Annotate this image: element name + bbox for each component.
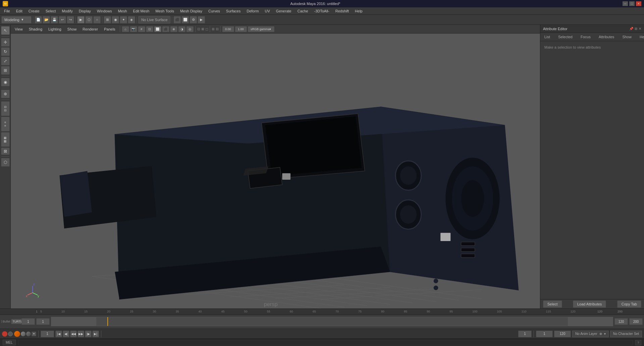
attr-pin-btn[interactable]: 📌 [629, 27, 633, 31]
gray-sphere[interactable] [21, 332, 26, 336]
tool5[interactable]: ⬡ [1, 158, 10, 167]
render-settings-btn[interactable]: ⚙ [190, 16, 197, 23]
transform-tool[interactable]: ⊞ [1, 66, 10, 75]
view-menu-lighting[interactable]: Lighting [46, 26, 64, 32]
range-end-input[interactable]: 120 [614, 318, 628, 325]
tool4[interactable]: ⊠ [1, 148, 10, 155]
menu-help[interactable]: Help [352, 8, 365, 14]
show-manipulator[interactable]: ⊕ [1, 90, 10, 98]
menu-select[interactable]: Select [43, 8, 59, 14]
move-tool[interactable]: ✛ [1, 38, 10, 47]
maximize-button[interactable]: □ [629, 1, 635, 6]
layer-expand[interactable]: ▾ [32, 332, 36, 336]
paint-btn[interactable]: ○ [93, 16, 101, 23]
view-hud-btn[interactable]: ⊡ [146, 26, 153, 32]
menu-mesh-display[interactable]: Mesh Display [178, 8, 205, 14]
viewport-canvas[interactable]: persp x y z [11, 34, 540, 308]
select-tool-btn[interactable]: ▶ [77, 16, 85, 23]
gamma-value[interactable]: 1.00 [235, 26, 247, 32]
viewport[interactable]: View Shading Lighting Show Renderer Pane… [11, 25, 540, 308]
attr-tab-list[interactable]: List [543, 34, 551, 40]
menu-uv[interactable]: UV [262, 8, 273, 14]
menu-windows[interactable]: Windows [94, 8, 115, 14]
menu-cache[interactable]: Cache [295, 8, 311, 14]
view-menu-renderer[interactable]: Renderer [80, 26, 101, 32]
view-menu-panels[interactable]: Panels [101, 26, 118, 32]
menu-create[interactable]: Create [26, 8, 42, 14]
play-start-frame[interactable]: 1 [536, 331, 553, 337]
menu-redshift[interactable]: Redshift [333, 8, 351, 14]
view-shadow-btn[interactable]: ◑ [178, 26, 186, 32]
char-circle[interactable] [8, 332, 13, 336]
attr-tab-selected[interactable]: Selected [557, 34, 574, 40]
goto-start-btn[interactable]: |◀ [55, 331, 62, 337]
save-btn[interactable]: 💾 [51, 16, 58, 23]
menu-generate[interactable]: Generate [273, 8, 294, 14]
attr-tab-attributes[interactable]: Attributes [597, 34, 615, 40]
mel-label[interactable]: MEL [3, 340, 16, 345]
attr-close-btn[interactable]: ✕ [639, 27, 641, 31]
timeline-bar[interactable] [51, 317, 613, 326]
menu-display[interactable]: Display [76, 8, 94, 14]
anim-layer-info[interactable]: No Anim Layer ⊕ ▾ [572, 331, 609, 337]
auto-key-btn[interactable] [2, 331, 7, 337]
status-icon[interactable]: ? [635, 340, 641, 345]
menu-curves[interactable]: Curves [206, 8, 223, 14]
goto-end-btn[interactable]: ▶| [92, 331, 99, 337]
lasso-btn[interactable]: ⬡ [85, 16, 93, 23]
step-forward-btn[interactable]: |▶ [85, 331, 92, 337]
menu-file[interactable]: File [1, 8, 13, 14]
open-btn[interactable]: 📂 [43, 16, 50, 23]
menu-3dtoall[interactable]: -3DToAll- [311, 8, 332, 14]
attr-copy-tab-btn[interactable]: Copy Tab [617, 300, 641, 308]
menu-deform[interactable]: Deform [244, 8, 261, 14]
attr-tab-focus[interactable]: Focus [579, 34, 592, 40]
view-home-btn[interactable]: ⌂ [122, 26, 129, 32]
view-menu-view[interactable]: View [12, 26, 26, 32]
current-frame-input[interactable]: 1 [36, 318, 50, 325]
view-xray-btn[interactable]: ◎ [186, 26, 194, 32]
step-back-btn[interactable]: ◀| [63, 331, 69, 337]
view-wireframe-btn[interactable]: ⬜ [154, 26, 161, 32]
orange-sphere[interactable] [14, 331, 20, 337]
snap-point-btn[interactable]: ✦ [120, 16, 127, 23]
exposure-value[interactable]: 0.00 [222, 26, 234, 32]
measure-tools[interactable]: ≡≡ [1, 117, 10, 131]
end-frame-input[interactable]: 200 [629, 318, 643, 325]
snap-surface-btn[interactable]: ◈ [128, 16, 135, 23]
no-live-surface[interactable]: No Live Surface [138, 16, 170, 23]
snap-curve-btn[interactable]: ◉ [112, 16, 119, 23]
close-button[interactable]: ✕ [636, 1, 641, 6]
character-set[interactable]: No Character Set [610, 331, 642, 337]
attr-tab-show[interactable]: Show [621, 34, 633, 40]
menu-mesh-tools[interactable]: Mesh Tools [153, 8, 177, 14]
color-space[interactable]: sRGB gamma ▾ [248, 26, 275, 32]
frame-counter-right[interactable]: 1 [518, 331, 532, 337]
play-end-frame[interactable]: 120 [554, 331, 571, 337]
snap-align[interactable]: ⊟⊟ [1, 101, 10, 116]
attr-tab-help[interactable]: Help [638, 34, 644, 40]
attr-expand-btn[interactable]: ⊞ [635, 27, 637, 31]
rotate-tool[interactable]: ↻ [1, 47, 10, 56]
tool3[interactable]: ▦▦ [1, 132, 10, 147]
modeling-dropdown[interactable]: Modeling ▾ [1, 16, 32, 23]
soft-modify[interactable]: ◉ [1, 78, 10, 86]
dark-sphere[interactable] [26, 332, 31, 336]
menu-modify[interactable]: Modify [59, 8, 75, 14]
view-light-btn[interactable]: ⊕ [170, 26, 178, 32]
ipr-btn[interactable]: ▶ [198, 16, 205, 23]
view-smooth-btn[interactable]: ⬛ [162, 26, 169, 32]
render-seq-btn[interactable]: ⬜ [182, 16, 189, 23]
menu-surfaces[interactable]: Surfaces [224, 8, 243, 14]
scale-tool[interactable]: ⤢ [1, 57, 10, 65]
select-tool[interactable]: ↖ [1, 26, 10, 35]
view-menu-shading[interactable]: Shading [26, 26, 45, 32]
snap-grid-btn[interactable]: ⊞ [104, 16, 111, 23]
menu-edit-mesh[interactable]: Edit Mesh [130, 8, 152, 14]
menu-edit[interactable]: Edit [13, 8, 25, 14]
view-grid-btn[interactable]: # [138, 26, 145, 32]
view-camera-btn[interactable]: 📷 [130, 26, 137, 32]
play-forward-btn[interactable]: ▶▶ [78, 331, 84, 337]
range-start-input[interactable]: 1 [21, 318, 35, 325]
view-menu-show[interactable]: Show [65, 26, 80, 32]
